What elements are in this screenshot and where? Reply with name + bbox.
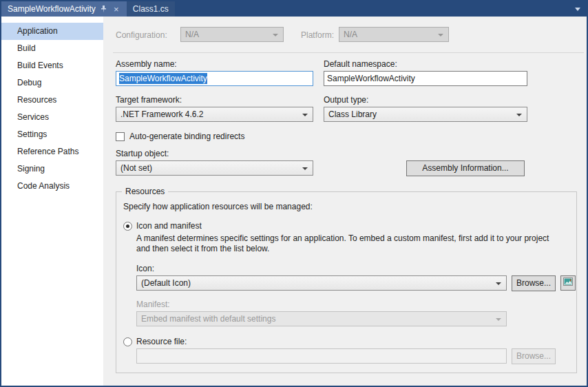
resources-groupbox-title: Resources (122, 187, 168, 197)
sidebar-item-build-events[interactable]: Build Events (1, 57, 103, 74)
assembly-information-button[interactable]: Assembly Information... (406, 160, 525, 176)
tab-label: SampleWorkflowActivity (8, 4, 96, 14)
icon-browse-button[interactable]: Browse... (512, 275, 556, 291)
sidebar-item-build[interactable]: Build (1, 40, 103, 57)
manifest-label: Manifest: (136, 300, 170, 310)
configuration-label: Configuration: (116, 30, 167, 41)
platform-select: N/A (339, 27, 449, 42)
sidebar-item-reference-paths[interactable]: Reference Paths (1, 143, 103, 160)
auto-generate-binding-redirects-label: Auto-generate binding redirects (129, 132, 244, 142)
resources-description: Specify how application resources will b… (123, 202, 313, 212)
default-namespace-input[interactable]: SampleWorkflowActivity (324, 71, 527, 86)
close-icon[interactable]: × (112, 4, 120, 14)
auto-generate-binding-redirects-checkbox[interactable] (116, 132, 125, 141)
icon-label: Icon: (136, 264, 154, 274)
sidebar-item-settings[interactable]: Settings (1, 126, 103, 143)
assembly-name-input[interactable]: SampleWorkflowActivity (116, 71, 313, 86)
tab-class1-cs[interactable]: Class1.cs (127, 1, 175, 17)
toolbar-separator (113, 52, 584, 53)
default-namespace-label: Default namespace: (324, 59, 397, 70)
icon-and-manifest-label: Icon and manifest (136, 221, 202, 231)
project-properties-window: SampleWorkflowActivity × Class1.cs Appli… (0, 0, 588, 387)
icon-preview-button[interactable] (560, 275, 576, 291)
tab-label: Class1.cs (133, 4, 169, 14)
pin-icon[interactable] (100, 4, 108, 14)
resource-file-label: Resource file: (136, 337, 187, 347)
window-body: Application Build Build Events Debug Res… (1, 17, 587, 386)
startup-object-label: Startup object: (116, 149, 169, 159)
selected-text: SampleWorkflowActivity (119, 73, 207, 84)
configuration-select: N/A (180, 27, 284, 42)
resource-file-input (136, 348, 507, 364)
tab-list-dropdown-icon[interactable] (575, 8, 580, 11)
sidebar-item-resources[interactable]: Resources (1, 92, 103, 109)
icon-and-manifest-radio[interactable] (123, 222, 132, 231)
sidebar-item-application[interactable]: Application (1, 23, 103, 40)
output-type-label: Output type: (324, 95, 368, 105)
target-framework-select[interactable]: .NET Framework 4.6.2 (116, 107, 313, 122)
image-icon (563, 276, 573, 291)
sidebar-item-services[interactable]: Services (1, 109, 103, 126)
sidebar-item-debug[interactable]: Debug (1, 74, 103, 92)
sidebar-item-signing[interactable]: Signing (1, 160, 103, 178)
document-tab-bar: SampleWorkflowActivity × Class1.cs (1, 1, 587, 17)
assembly-name-label: Assembly name: (116, 59, 177, 70)
output-type-select[interactable]: Class Library (324, 107, 527, 122)
manifest-select: Embed manifest with default settings (136, 311, 507, 326)
icon-select[interactable]: (Default Icon) (136, 275, 507, 291)
properties-sidebar: Application Build Build Events Debug Res… (1, 17, 103, 386)
application-page-content: Configuration: N/A Platform: N/A Assembl… (103, 17, 587, 386)
resource-file-radio[interactable] (123, 337, 132, 346)
tab-sampleworkflowactivity[interactable]: SampleWorkflowActivity × (1, 1, 127, 17)
startup-object-select[interactable]: (Not set) (116, 160, 313, 176)
resource-file-browse-button: Browse... (512, 348, 556, 364)
target-framework-label: Target framework: (116, 95, 182, 105)
platform-label: Platform: (301, 30, 334, 41)
manifest-help-text: A manifest determines specific settings … (136, 233, 549, 254)
sidebar-item-code-analysis[interactable]: Code Analysis (1, 178, 103, 195)
resources-groupbox: Resources Specify how application resour… (116, 191, 577, 373)
